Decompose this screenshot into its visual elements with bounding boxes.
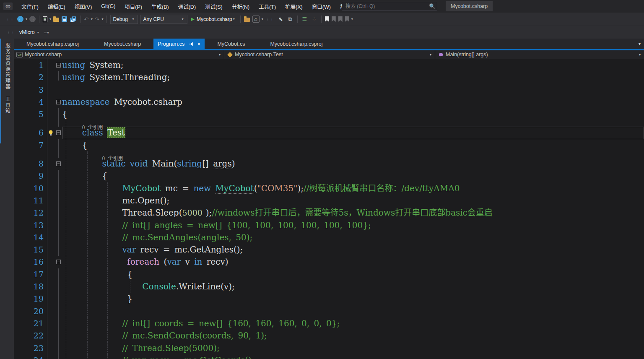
code-text[interactable]: mc.Open(); — [62, 195, 644, 207]
toolbar-drag-handle[interactable]: ⋮⋮ — [6, 17, 14, 21]
code-text[interactable]: // mc.SendCoords(coords, 90, 1); — [62, 330, 644, 342]
indent-guide — [107, 232, 108, 244]
code-text[interactable]: // var recv = mc.GetCoords(); — [62, 354, 644, 359]
toolwindow-tab-服务器资源管理器[interactable]: 服务器资源管理器 — [3, 40, 11, 92]
collapse-box[interactable] — [56, 63, 61, 68]
save-all-button[interactable] — [68, 14, 78, 24]
toolwindow-tab-工具箱[interactable]: 工具箱 — [3, 94, 11, 117]
document-tab-Mycobot.csharp.csproj[interactable]: Mycobot.csharp.csproj — [14, 39, 91, 49]
document-tab-Mycobot.csharp[interactable]: Mycobot.csharp — [91, 39, 153, 49]
code-line-5: 5{ — [14, 108, 644, 120]
tab-list-chevron-icon[interactable]: ▼ — [638, 42, 641, 46]
select-element-button[interactable]: ⬉ — [276, 14, 286, 24]
code-text[interactable]: // Thread.Sleep(5000); — [62, 342, 644, 354]
close-icon[interactable]: × — [197, 42, 200, 47]
menu-item-t[interactable]: 工具(T) — [254, 0, 280, 13]
bookmark-dropdown[interactable]: ▾ — [351, 17, 354, 21]
code-text[interactable]: Console.WriteLine(v); — [62, 281, 644, 293]
code-text[interactable] — [62, 305, 644, 317]
find-in-files-button[interactable] — [243, 14, 251, 24]
project-dropdown[interactable]: C# Mycobot.csharp ▾ — [14, 50, 224, 59]
search-input[interactable] — [342, 3, 428, 9]
code-text[interactable]: // int[] coords = new[] {160, 160, 160, … — [62, 317, 644, 330]
new-project-dropdown[interactable]: ▾ — [49, 17, 52, 21]
code-text[interactable]: 0 个引用 — [62, 151, 644, 158]
toolbar-drag-handle[interactable]: ⋮⋮ — [266, 17, 274, 21]
code-text[interactable]: { — [62, 108, 644, 120]
collapse-box[interactable] — [56, 260, 61, 264]
code-text[interactable]: { — [62, 170, 644, 182]
menu-item-e[interactable]: 编辑(E) — [43, 0, 70, 13]
solution-platform-combo[interactable]: Any CPU▾ — [140, 15, 187, 24]
type-dropdown[interactable]: Mycobot.csharp.Test ▾ — [224, 50, 435, 59]
start-debugging-button[interactable]: ▶ Mycobot.csharp ▾ — [189, 14, 238, 24]
code-text[interactable]: // mc.SendAngles(angles, 50); — [62, 232, 644, 244]
menu-item-s[interactable]: 测试(S) — [200, 0, 227, 13]
solution-configuration-combo[interactable]: Debug▾ — [110, 15, 138, 24]
comment-button[interactable]: ⁘ — [309, 14, 319, 24]
code-text[interactable]: using System.Threading; — [62, 71, 644, 83]
quick-search-box[interactable]: 🔍 — [342, 2, 437, 11]
collapse-box[interactable] — [56, 161, 61, 166]
menu-item-p[interactable]: 项目(P) — [120, 0, 147, 13]
code-text[interactable]: class Test — [62, 127, 644, 139]
navigate-back-dropdown[interactable]: ▾ — [25, 17, 28, 21]
code-text[interactable]: namespace Mycobot.csharp — [62, 96, 644, 108]
navigate-backward-doc-button[interactable]: ⧉ — [286, 14, 295, 24]
navigate-forward-button[interactable]: → — [28, 14, 37, 24]
code-text[interactable]: var recv = mc.GetAngles(); — [62, 244, 644, 256]
token: new — [193, 183, 211, 193]
code-text[interactable]: Thread.Sleep(5000);//windows打开串口后，需要等待5s… — [62, 207, 644, 219]
indent-button[interactable]: ☰ — [300, 14, 309, 24]
redo-button[interactable]: ↷ — [93, 14, 101, 24]
menu-item-n[interactable]: 分析(N) — [227, 0, 254, 13]
toggle-bookmark-button[interactable] — [324, 14, 330, 24]
open-file-button[interactable] — [52, 14, 60, 24]
pin-icon[interactable] — [189, 42, 194, 47]
document-tab-MyCobot.cs[interactable]: MyCobot.cs — [205, 39, 257, 49]
code-text[interactable]: { — [62, 268, 644, 281]
collapse-box[interactable] — [56, 100, 61, 104]
undo-dropdown[interactable]: ▾ — [90, 17, 93, 21]
code-text[interactable]: { — [62, 139, 644, 151]
collapse-box[interactable] — [56, 130, 61, 135]
document-tab-Program.cs[interactable]: Program.cs× — [153, 39, 205, 49]
code-text[interactable]: using System; — [62, 59, 644, 71]
token: 5000 — [182, 208, 205, 217]
vmicro-menu[interactable]: vMicro — [19, 29, 35, 35]
toolbar-drag-handle[interactable]: ⋮⋮ — [7, 30, 15, 34]
clear-bookmarks-button[interactable] — [344, 14, 351, 24]
code-text[interactable]: // int[] angles = new[] {100, 100, 100, … — [62, 219, 644, 232]
code-text[interactable]: } — [62, 293, 644, 305]
menu-item-w[interactable]: 窗口(W) — [307, 0, 335, 13]
menu-item-b[interactable]: 生成(B) — [147, 0, 174, 13]
menu-item-x[interactable]: 扩展(X) — [280, 0, 307, 13]
undo-button[interactable]: ↶ — [83, 14, 90, 24]
document-tab-Mycobot.csharp.csproj[interactable]: Mycobot.csharp.csproj — [257, 39, 335, 49]
toolbar-overflow-button[interactable]: ═▾ — [44, 30, 49, 35]
menu-item-d[interactable]: 调试(D) — [174, 0, 200, 13]
code-text[interactable]: 0 个引用 — [62, 120, 644, 127]
navigate-back-button[interactable]: ← — [16, 14, 25, 24]
previous-bookmark-button[interactable] — [330, 14, 337, 24]
code-editor[interactable]: 1using System;2using System.Threading;34… — [14, 59, 644, 359]
indent-guide — [130, 281, 130, 293]
menu-item-f[interactable]: 文件(F) — [17, 0, 43, 13]
code-text[interactable]: MyCobot mc = new MyCobot("COM35");//树莓派机… — [62, 182, 644, 195]
code-text[interactable] — [62, 84, 644, 96]
search-icon[interactable]: 🔍 — [428, 3, 437, 9]
next-bookmark-button[interactable] — [337, 14, 344, 24]
solution-explorer-home-button[interactable]: ⌂ — [251, 14, 261, 24]
save-button[interactable] — [60, 14, 68, 24]
indent-spacer — [62, 314, 122, 314]
member-dropdown[interactable]: Main(string[] args) ▾ — [435, 50, 644, 59]
new-project-button[interactable] — [42, 14, 49, 24]
tab-label: Mycobot.csharp.csproj — [270, 41, 322, 47]
menu-item-v[interactable]: 视图(V) — [70, 0, 97, 13]
indent-spacer — [62, 301, 127, 302]
home-dropdown[interactable]: ▾ — [261, 17, 264, 21]
code-text[interactable]: static void Main(string[] args) — [62, 158, 644, 170]
redo-dropdown[interactable]: ▾ — [101, 17, 104, 21]
code-text[interactable]: foreach (var v in recv) — [62, 256, 644, 268]
menu-item-gitg[interactable]: Git(G) — [96, 0, 120, 13]
